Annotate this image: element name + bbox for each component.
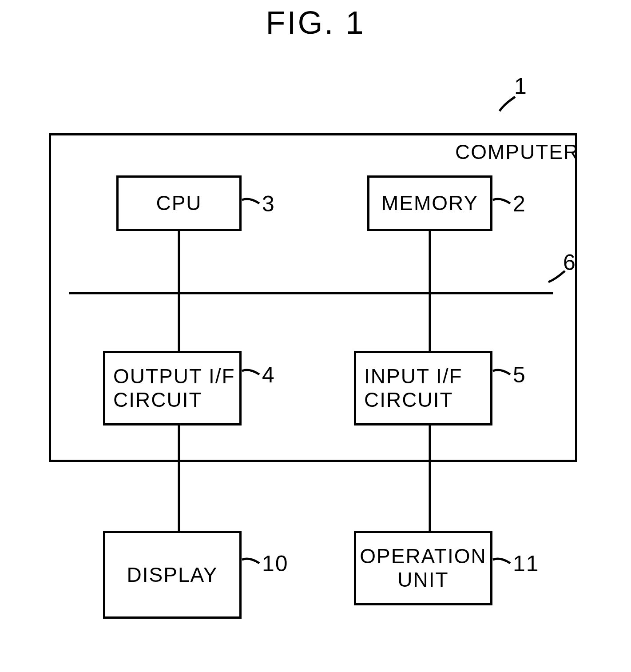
cpu-label: CPU — [156, 191, 202, 215]
ref-output-if: 4 — [262, 362, 275, 388]
ref-operation-unit: 11 — [513, 551, 540, 577]
ref-display: 10 — [262, 551, 289, 577]
input-if-block: INPUT I/F CIRCUIT — [354, 351, 492, 425]
operation-unit-label: OPERATION UNIT — [360, 545, 487, 592]
memory-label: MEMORY — [381, 191, 478, 215]
input-if-label: INPUT I/F CIRCUIT — [364, 365, 463, 412]
diagram-stage: FIG. 1 COMPUTER CPU — [0, 0, 631, 672]
operation-unit-block: OPERATION UNIT — [354, 531, 492, 605]
ref-cpu: 3 — [262, 191, 275, 217]
ref-input-if: 5 — [513, 362, 526, 388]
ref-memory: 2 — [513, 191, 526, 217]
ref-computer: 1 — [514, 73, 528, 99]
cpu-block: CPU — [116, 175, 242, 231]
memory-block: MEMORY — [367, 175, 492, 231]
display-block: DISPLAY — [103, 531, 242, 619]
output-if-block: OUTPUT I/F CIRCUIT — [103, 351, 242, 425]
display-label: DISPLAY — [127, 563, 218, 587]
computer-label: COMPUTER — [455, 140, 579, 164]
output-if-label: OUTPUT I/F CIRCUIT — [113, 365, 235, 412]
figure-title: FIG. 1 — [0, 4, 631, 41]
ref-bus: 6 — [563, 250, 576, 275]
